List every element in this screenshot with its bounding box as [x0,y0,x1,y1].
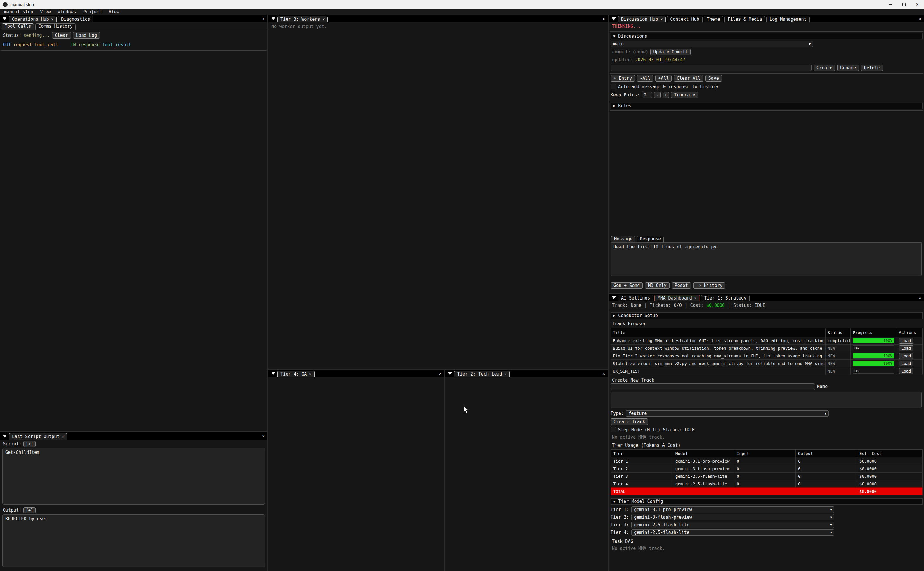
ops-inner-tabs: Tool Calls Comms History [0,22,267,30]
tab-files-media[interactable]: Files & Media [724,16,765,22]
maximize-button[interactable] [897,0,910,9]
tab-theme[interactable]: Theme [704,16,723,22]
message-textarea[interactable]: Read the first 10 lines of aggregate.py. [611,242,922,276]
close-panel-icon[interactable]: ✕ [603,16,605,21]
close-panel-icon[interactable]: ✕ [919,16,921,21]
tab-comms-history[interactable]: Comms History [35,23,75,29]
menu-item-view2[interactable]: View [105,9,123,15]
output-textarea[interactable]: REJECTED by user [2,514,265,567]
tab-diagnostics[interactable]: Diagnostics [58,16,93,22]
close-tab-icon[interactable]: ✕ [505,372,507,376]
roles-header[interactable]: ▶ Roles [611,103,922,109]
track-browser-table: Title Status Progress Actions Enhance ex… [611,328,922,375]
load-track-button[interactable]: Load [899,368,913,374]
expand-all-button[interactable]: +All [655,75,671,82]
script-expand-button[interactable]: [+] [23,441,35,447]
tab-mma-dashboard[interactable]: MMA Dashboard ✕ [654,295,700,301]
step-mode-checkbox[interactable] [611,427,616,432]
tier2-model-select[interactable]: gemini-3-flash-preview ▼ [631,514,834,520]
tab-tier4-qa[interactable]: Tier 4: QA ✕ [277,370,315,377]
close-panel-icon[interactable]: ✕ [603,371,605,376]
close-panel-icon[interactable]: ✕ [919,295,921,300]
menu-item-project[interactable]: Project [80,9,105,15]
close-tab-icon[interactable]: ✕ [51,17,54,21]
window-menu-icon[interactable] [270,16,276,22]
window-menu-icon[interactable] [270,370,276,377]
create-track-button[interactable]: Create Track [611,418,648,425]
discussions-header[interactable]: ▼ Discussions [611,33,922,39]
window-menu-icon[interactable] [611,295,617,300]
cost-value: $0.0000 [706,303,725,308]
autoadd-checkbox[interactable] [611,84,616,90]
tab-discussion-hub[interactable]: Discussion Hub ✕ [618,16,666,22]
legend-tool-result: tool_result [102,42,131,47]
menu-bar: manual slop View Windows Project View [0,9,924,15]
discussion-select[interactable]: main ▼ [611,41,813,47]
to-history-button[interactable]: -> History [693,282,725,289]
close-tab-icon[interactable]: ✕ [309,372,311,376]
track-name-input[interactable] [611,383,815,390]
window-menu-icon[interactable] [2,433,8,439]
conductor-setup-header[interactable]: ▶ Conductor Setup [611,312,922,319]
tab-last-script-output[interactable]: Last Script Output ✕ [9,433,67,440]
close-tab-icon[interactable]: ✕ [695,296,697,300]
delete-discussion-button[interactable]: Delete [861,65,882,71]
chevron-down-icon: ▼ [830,523,832,527]
close-panel-icon[interactable]: ✕ [439,371,441,376]
close-tab-icon[interactable]: ✕ [660,17,662,21]
load-track-button[interactable]: Load [899,338,913,344]
load-log-button[interactable]: Load Log [73,32,100,39]
script-textarea[interactable]: Get-ChildItem [2,448,265,505]
tab-tier1-strategy[interactable]: Tier 1: Strategy [701,295,750,301]
tab-tool-calls[interactable]: Tool Calls [2,23,34,29]
menu-item-view[interactable]: View [37,9,54,15]
load-track-button[interactable]: Load [899,361,913,366]
gen-send-button[interactable]: Gen + Send [611,282,643,289]
reset-button[interactable]: Reset [672,282,691,289]
menu-item-app[interactable]: manual slop [1,9,37,15]
clear-button[interactable]: Clear [52,32,71,39]
load-track-button[interactable]: Load [899,346,913,351]
load-track-button[interactable]: Load [899,353,913,359]
update-commit-button[interactable]: Update Commit [650,49,690,55]
tab-log-management[interactable]: Log Management [766,16,810,22]
save-button[interactable]: Save [705,75,722,82]
tab-ai-settings[interactable]: AI Settings [618,295,653,301]
tab-tier2-techlead[interactable]: Tier 2: Tech Lead ✕ [454,370,510,377]
close-panel-icon[interactable]: ✕ [262,16,265,21]
tab-tier3-workers[interactable]: Tier 3: Workers ✕ [277,16,328,22]
output-expand-button[interactable]: [+] [23,507,35,513]
window-menu-icon[interactable] [611,16,617,22]
tier1-model-select[interactable]: gemini-3.1-pro-preview ▼ [631,506,834,513]
add-entry-button[interactable]: + Entry [611,75,635,82]
menu-item-windows[interactable]: Windows [54,9,80,15]
keep-pairs-increment-button[interactable]: + [662,92,669,98]
keep-pairs-decrement-button[interactable]: - [654,92,661,98]
collapse-all-button[interactable]: -All [637,75,653,82]
tab-response[interactable]: Response [637,236,664,242]
md-only-button[interactable]: MD Only [645,282,669,289]
tab-message[interactable]: Message [611,236,635,242]
tab-context-hub[interactable]: Context Hub [667,16,702,22]
tier-model-config-header[interactable]: ▼ Tier Model Config [611,498,922,505]
close-tab-icon[interactable]: ✕ [62,434,64,438]
track-title: Enhance existing MMA orchestration GUI: … [611,337,825,344]
minimize-button[interactable] [884,0,897,9]
track-description-textarea[interactable] [611,392,922,408]
tab-operations-hub[interactable]: Operations Hub ✕ [9,16,57,22]
truncate-button[interactable]: Truncate [671,92,698,98]
window-menu-icon[interactable] [2,16,8,22]
clear-all-button[interactable]: Clear All [674,75,703,82]
close-button[interactable]: ✕ [910,0,924,9]
close-tab-icon[interactable]: ✕ [322,17,325,21]
close-panel-icon[interactable]: ✕ [262,434,265,438]
rename-discussion-button[interactable]: Rename [837,65,859,71]
track-type-select[interactable]: feature ▼ [626,410,829,417]
create-discussion-button[interactable]: Create [813,65,835,71]
tier3-model-select[interactable]: gemini-2.5-flash-lite ▼ [631,522,834,528]
track-label: Track: [612,303,628,308]
keep-pairs-input[interactable] [642,92,652,98]
discussion-name-input[interactable] [611,65,812,71]
window-menu-icon[interactable] [447,370,453,377]
tier4-model-select[interactable]: gemini-2.5-flash-lite ▼ [631,529,834,536]
